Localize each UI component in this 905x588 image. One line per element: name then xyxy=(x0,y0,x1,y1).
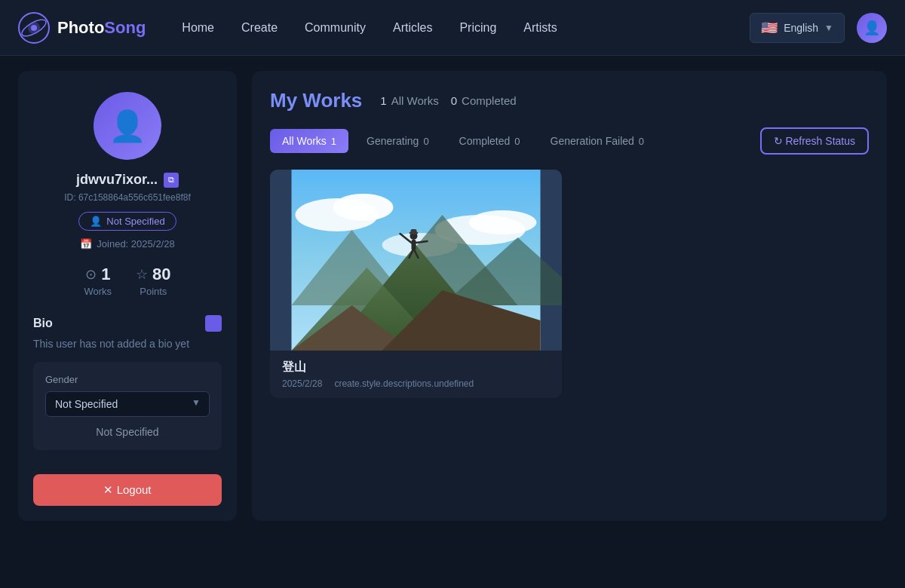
tab-completed-label: Completed xyxy=(459,135,511,147)
tab-failed-label: Generation Failed xyxy=(551,135,634,147)
logo-icon xyxy=(18,12,50,44)
all-works-tab-label: All Works xyxy=(391,94,439,107)
logo-photo-text: Photo xyxy=(57,18,104,37)
bio-title: Bio xyxy=(33,317,53,330)
points-count: 80 xyxy=(152,265,170,284)
joined-row: 📅 Joined: 2025/2/28 xyxy=(80,238,174,250)
person-icon: 👤 xyxy=(90,216,102,227)
completed-tab-label: Completed xyxy=(462,94,517,107)
avatar-icon: 👤 xyxy=(109,109,146,144)
completed-num: 0 xyxy=(451,94,457,107)
main-layout: 👤 jdwvu7ixor... ⧉ ID: 67c158864a556c651f… xyxy=(0,56,905,536)
works-header: My Works 1 All Works 0 Completed xyxy=(270,89,869,112)
tab-generating-count: 0 xyxy=(423,136,428,147)
tab-generation-failed[interactable]: Generation Failed 0 xyxy=(538,129,657,153)
tab-all-works[interactable]: All Works 1 xyxy=(270,129,348,153)
flag-icon: 🇺🇸 xyxy=(761,20,778,36)
gender-select-wrapper: Not Specified Male Female Other ▼ xyxy=(45,391,210,417)
stat-works-count-row: ⊙ 1 xyxy=(85,265,110,284)
works-icon: ⊙ xyxy=(85,266,97,283)
tab-all-works-label: All Works xyxy=(282,135,327,147)
work-card[interactable]: 登山 2025/2/28 create.style.descriptions.u… xyxy=(270,170,562,398)
work-meta: 2025/2/28 create.style.descriptions.unde… xyxy=(282,378,550,389)
gender-badge[interactable]: 👤 Not Specified xyxy=(78,212,176,231)
all-works-tab-count[interactable]: 1 All Works xyxy=(380,94,438,107)
works-count: 1 xyxy=(101,265,110,284)
bio-text: This user has not added a bio yet xyxy=(33,338,222,350)
stat-points: ☆ 80 Points xyxy=(136,265,170,297)
nav-pricing[interactable]: Pricing xyxy=(459,21,496,35)
stat-works: ⊙ 1 Works xyxy=(84,265,112,297)
points-label: Points xyxy=(140,286,167,297)
nav-create[interactable]: Create xyxy=(241,21,278,35)
gender-not-specified-value: Not Specified xyxy=(45,426,210,438)
tab-failed-count: 0 xyxy=(639,136,644,147)
copy-icon[interactable]: ⧉ xyxy=(164,173,179,188)
main-content: My Works 1 All Works 0 Completed All Wor… xyxy=(252,71,887,521)
navbar: PhotoSong Home Create Community Articles… xyxy=(0,0,905,56)
chevron-down-icon: ▼ xyxy=(824,23,833,33)
gender-select[interactable]: Not Specified Male Female Other xyxy=(45,391,210,417)
tab-generating-label: Generating xyxy=(367,135,419,147)
work-card-info: 登山 2025/2/28 create.style.descriptions.u… xyxy=(270,351,562,398)
username: jdwvu7ixor... xyxy=(76,172,158,188)
logo-song-text: Song xyxy=(104,18,146,37)
gender-box: Gender Not Specified Male Female Other ▼… xyxy=(33,362,222,450)
stat-points-count-row: ☆ 80 xyxy=(136,265,170,284)
points-icon: ☆ xyxy=(136,266,148,283)
filter-tabs: All Works 1 Generating 0 Completed 0 Gen… xyxy=(270,127,869,155)
nav-articles[interactable]: Articles xyxy=(393,21,432,35)
bio-edit-icon[interactable] xyxy=(205,315,222,332)
avatar: 👤 xyxy=(94,92,161,160)
tab-completed[interactable]: Completed 0 xyxy=(447,129,532,153)
work-title: 登山 xyxy=(282,360,550,375)
svg-rect-17 xyxy=(412,240,416,250)
logout-button[interactable]: ✕ Logout xyxy=(33,474,222,506)
completed-tab-count[interactable]: 0 Completed xyxy=(451,94,517,107)
gender-label: Gender xyxy=(45,374,210,385)
language-label: English xyxy=(784,22,818,34)
not-specified-label: Not Specified xyxy=(106,216,164,227)
language-selector[interactable]: 🇺🇸 English ▼ xyxy=(750,13,845,43)
stats-row: ⊙ 1 Works ☆ 80 Points xyxy=(33,265,222,297)
user-icon: 👤 xyxy=(864,20,880,36)
joined-label: Joined: 2025/2/28 xyxy=(97,238,174,250)
tab-generating[interactable]: Generating 0 xyxy=(354,129,441,153)
work-date: 2025/2/28 xyxy=(282,378,322,389)
svg-point-2 xyxy=(31,25,37,31)
user-id: ID: 67c158864a556c651fee8f8f xyxy=(64,192,190,203)
tab-all-works-count: 1 xyxy=(331,136,336,147)
work-style: create.style.descriptions.undefined xyxy=(334,378,474,389)
nav-home[interactable]: Home xyxy=(182,21,214,35)
svg-rect-24 xyxy=(411,229,417,234)
nav-community[interactable]: Community xyxy=(305,21,366,35)
bio-header: Bio xyxy=(33,315,222,332)
user-avatar-button[interactable]: 👤 xyxy=(857,13,887,43)
all-works-num: 1 xyxy=(380,94,386,107)
works-count-tabs: 1 All Works 0 Completed xyxy=(380,94,516,107)
calendar-icon: 📅 xyxy=(80,238,92,250)
refresh-status-button[interactable]: ↻ Refresh Status xyxy=(760,127,870,155)
work-card-image xyxy=(270,170,562,351)
sidebar: 👤 jdwvu7ixor... ⧉ ID: 67c158864a556c651f… xyxy=(18,71,237,521)
work-image-svg xyxy=(270,170,562,351)
logo[interactable]: PhotoSong xyxy=(18,12,146,44)
tab-completed-count: 0 xyxy=(514,136,520,147)
page-title: My Works xyxy=(270,89,362,112)
bio-section: Bio This user has not added a bio yet Ge… xyxy=(33,315,222,462)
works-grid: 登山 2025/2/28 create.style.descriptions.u… xyxy=(270,170,869,398)
svg-point-8 xyxy=(469,210,537,234)
username-row: jdwvu7ixor... ⧉ xyxy=(76,172,179,188)
nav-right: 🇺🇸 English ▼ 👤 xyxy=(750,13,887,43)
nav-artists[interactable]: Artists xyxy=(523,21,557,35)
svg-point-6 xyxy=(333,194,394,221)
nav-links: Home Create Community Articles Pricing A… xyxy=(182,21,750,35)
works-label: Works xyxy=(84,286,112,297)
